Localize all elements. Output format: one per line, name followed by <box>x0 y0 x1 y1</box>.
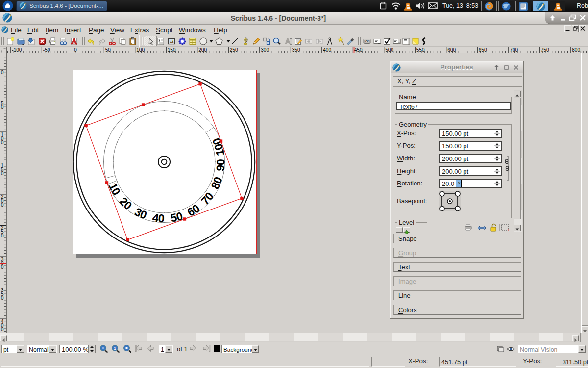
svg-text:700: 700 <box>510 47 518 53</box>
svg-text:0: 0 <box>1 327 4 332</box>
svg-text:750: 750 <box>541 47 549 53</box>
svg-text:0: 0 <box>1 295 4 301</box>
svg-text:0: 0 <box>1 70 4 75</box>
svg-text:350: 350 <box>292 47 300 53</box>
svg-text:-100: -100 <box>12 47 22 53</box>
svg-text:800: 800 <box>572 47 580 53</box>
svg-text:550: 550 <box>416 47 425 53</box>
svg-text:0: 0 <box>1 171 4 176</box>
svg-text:450: 450 <box>354 47 363 53</box>
svg-text:600: 600 <box>447 47 456 53</box>
svg-text:-50: -50 <box>43 47 50 53</box>
svg-text:400: 400 <box>323 47 331 53</box>
svg-text:500: 500 <box>385 47 393 53</box>
svg-text:0: 0 <box>214 159 227 165</box>
svg-text:0: 0 <box>74 47 77 53</box>
svg-text:50: 50 <box>105 47 111 53</box>
svg-text:0: 0 <box>158 212 165 225</box>
svg-text:OK: OK <box>365 40 369 43</box>
svg-text:200: 200 <box>198 47 207 53</box>
svg-text:300: 300 <box>261 47 269 53</box>
svg-text:0: 0 <box>1 105 4 110</box>
svg-text:0: 0 <box>1 264 4 270</box>
svg-text:0: 0 <box>1 233 4 238</box>
svg-text:100: 100 <box>136 47 145 53</box>
svg-text:0: 0 <box>1 202 4 208</box>
svg-text:250: 250 <box>230 47 238 53</box>
svg-text:650: 650 <box>479 47 487 53</box>
svg-text:1: 1 <box>114 346 116 351</box>
svg-text:150: 150 <box>168 47 176 53</box>
svg-text:0: 0 <box>1 140 4 145</box>
